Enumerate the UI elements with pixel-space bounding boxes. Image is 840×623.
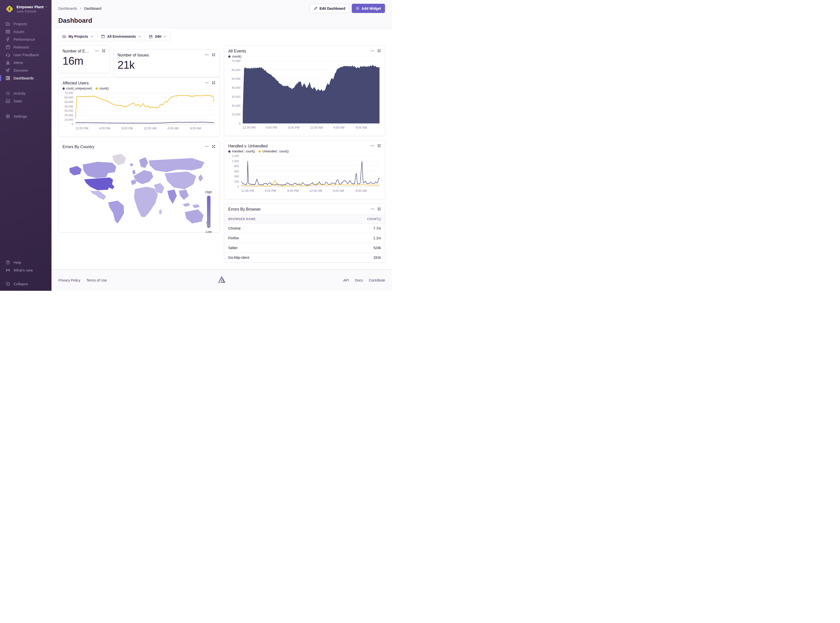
- sidebar-item-stats[interactable]: Stats: [0, 97, 51, 105]
- chart-legend: count(): [228, 54, 381, 58]
- sidebar-item-help[interactable]: Help: [0, 259, 51, 266]
- browser-name-cell: Firefox: [224, 233, 323, 243]
- svg-text:60,000: 60,000: [65, 96, 73, 99]
- sidebar-item-label: User Feedback: [14, 53, 39, 57]
- sidebar-item-label: Performance: [14, 37, 35, 41]
- browser-name-cell: Chrome: [224, 224, 323, 233]
- footer-link-terms-of-use[interactable]: Terms of Use: [86, 278, 107, 282]
- widget-number-of-errors: Number of Err… 16m: [58, 45, 110, 73]
- footer-links-left: Privacy PolicyTerms of Use: [58, 278, 107, 282]
- sidebar-item-projects[interactable]: Projects: [0, 20, 51, 28]
- project-filter-label: My Projects: [69, 34, 88, 38]
- edit-dashboard-button[interactable]: Edit Dashboard: [310, 4, 349, 13]
- legend-dot: [228, 55, 231, 58]
- footer-link-docs[interactable]: Docs: [355, 278, 363, 282]
- sidebar-item-what-s-new[interactable]: What's new: [0, 266, 51, 274]
- help-icon: [6, 260, 10, 265]
- sidebar-item-label: Help: [14, 260, 21, 264]
- projects-icon: [6, 21, 10, 26]
- sidebar-item-settings[interactable]: Settings: [0, 112, 51, 120]
- legend-item: Unhandled : count(): [258, 150, 289, 153]
- expand-icon[interactable]: [377, 144, 381, 147]
- legend-item: count_unique(user): [63, 87, 92, 90]
- svg-text:4:00 PM: 4:00 PM: [265, 189, 276, 193]
- count-cell: 331k: [323, 253, 385, 262]
- world-map-svg: [63, 150, 212, 226]
- sidebar-item-releases[interactable]: Releases: [0, 43, 51, 51]
- sidebar-item-discover[interactable]: Discover: [0, 66, 51, 74]
- svg-text:8:00 PM: 8:00 PM: [287, 189, 298, 193]
- sidebar-item-dashboards[interactable]: Dashboards: [0, 74, 51, 82]
- legend-dot: [258, 150, 261, 153]
- svg-text:20,000: 20,000: [65, 114, 73, 117]
- widget-menu-icon[interactable]: [371, 49, 374, 53]
- time-filter[interactable]: 24H: [145, 32, 170, 41]
- legend-item: Handled : count(): [228, 150, 255, 153]
- expand-icon[interactable]: [377, 207, 381, 211]
- svg-text:70,000: 70,000: [232, 60, 240, 63]
- environment-filter[interactable]: All Environments: [97, 32, 145, 41]
- footer-link-api[interactable]: API: [343, 278, 349, 282]
- svg-text:200: 200: [234, 180, 239, 183]
- widget-menu-icon[interactable]: [205, 145, 209, 148]
- activity-icon: [6, 91, 10, 96]
- discover-icon: [6, 68, 10, 73]
- table-row: Safari524k: [224, 243, 385, 253]
- sidebar-nav: ProjectsIssuesPerformanceReleasesUser Fe…: [0, 20, 51, 120]
- sidebar-item-issues[interactable]: Issues: [0, 28, 51, 35]
- widget-menu-icon[interactable]: [95, 49, 99, 53]
- collapse-icon: [6, 282, 10, 286]
- projects-icon: [62, 34, 66, 38]
- sidebar-item-alerts[interactable]: Alerts: [0, 59, 51, 66]
- sidebar-item-performance[interactable]: Performance: [0, 35, 51, 43]
- expand-icon[interactable]: [212, 145, 215, 148]
- svg-text:70,000: 70,000: [65, 91, 73, 94]
- expand-icon[interactable]: [377, 49, 381, 53]
- sidebar-item-label: Stats: [14, 99, 22, 103]
- legend-label: count(): [99, 87, 109, 90]
- footer-link-privacy-policy[interactable]: Privacy Policy: [58, 278, 80, 282]
- widget-menu-icon[interactable]: [205, 53, 209, 57]
- legend-dot: [228, 150, 231, 153]
- legend-label: count_unique(user): [66, 87, 92, 90]
- widget-menu-icon[interactable]: [205, 81, 209, 85]
- project-filter[interactable]: My Projects: [58, 32, 97, 41]
- expand-icon[interactable]: [212, 53, 215, 57]
- expand-icon[interactable]: [212, 81, 215, 85]
- browser-name-cell: Safari: [224, 243, 323, 253]
- breadcrumb-current: Dashboard: [84, 6, 102, 11]
- svg-text:12:00 AM: 12:00 AM: [310, 126, 323, 129]
- handled-unhandled-chart: 02004006008001,0001,20012:00 PM4:00 PM8:…: [228, 154, 382, 195]
- widget-menu-icon[interactable]: [371, 144, 374, 147]
- footer: Privacy PolicyTerms of Use APIDocsContri…: [51, 269, 392, 291]
- content: My Projects All Environments 24H: [51, 28, 392, 269]
- table-row: Go-http-client331k: [224, 253, 385, 262]
- add-widget-button[interactable]: Add Widget: [352, 4, 385, 13]
- world-map: High Low: [63, 150, 215, 227]
- chevron-down-icon: [45, 6, 48, 8]
- svg-text:12:00 PM: 12:00 PM: [75, 127, 88, 130]
- breadcrumb-dashboards[interactable]: Dashboards: [58, 6, 77, 11]
- svg-text:4:00 AM: 4:00 AM: [333, 189, 344, 193]
- sidebar-item-label: Discover: [14, 68, 28, 72]
- org-switcher[interactable]: Empower Plant Jane Schmidt: [0, 0, 51, 17]
- sidebar-item-collapse[interactable]: Collapse: [0, 280, 51, 288]
- page-title: Dashboard: [58, 17, 385, 25]
- widget-handled-unhandled: Handled v. Unhandled Handled : count()Un…: [224, 140, 385, 199]
- sentry-logo-icon: [217, 274, 226, 286]
- expand-icon[interactable]: [102, 49, 106, 53]
- svg-text:0: 0: [237, 185, 239, 188]
- svg-text:10,000: 10,000: [65, 118, 73, 121]
- chevron-down-icon: [138, 35, 141, 38]
- sidebar-item-activity[interactable]: Activity: [0, 89, 51, 97]
- footer-links-right: APIDocsContribute: [343, 278, 385, 282]
- releases-icon: [6, 45, 10, 49]
- svg-text:4:00 PM: 4:00 PM: [266, 126, 277, 129]
- sidebar-item-user-feedback[interactable]: User Feedback: [0, 51, 51, 59]
- footer-link-contribute[interactable]: Contribute: [369, 278, 385, 282]
- errors-by-browser-table: BROWSER.NAME COUNT() Chrome7.7mFirefox1.…: [224, 215, 385, 262]
- svg-text:0: 0: [239, 122, 240, 125]
- stat-value: 16m: [63, 55, 106, 66]
- sidebar-item-label: Issues: [14, 29, 24, 34]
- widget-menu-icon[interactable]: [371, 207, 374, 211]
